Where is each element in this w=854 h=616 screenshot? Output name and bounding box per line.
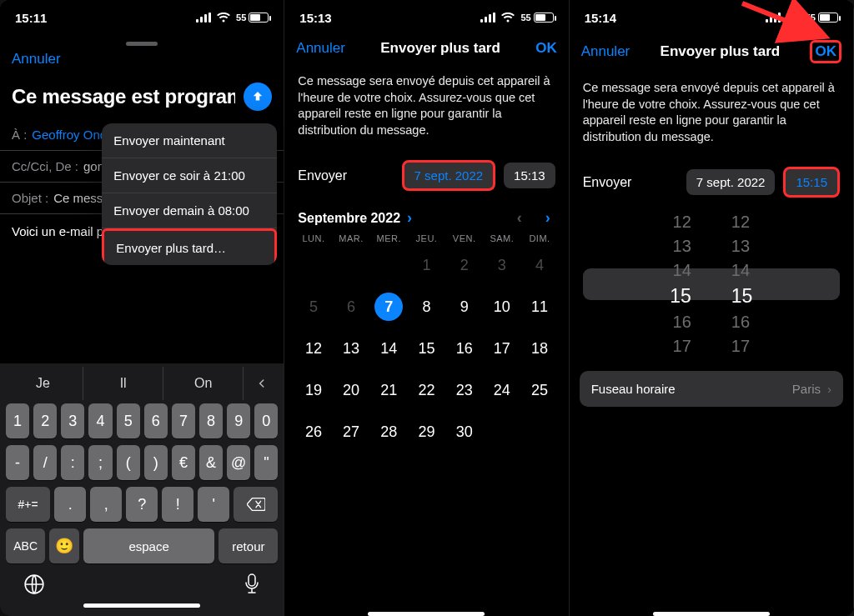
key-row-3: #+= . , ? ! ' bbox=[3, 483, 280, 525]
prev-month-button[interactable]: ‹ bbox=[517, 209, 522, 227]
calendar-day[interactable]: 11 bbox=[520, 288, 558, 325]
info-text: Ce message sera envoyé depuis cet appare… bbox=[570, 72, 853, 160]
key[interactable]: 4 bbox=[88, 403, 112, 438]
key[interactable]: 9 bbox=[227, 403, 250, 438]
send-label: Envoyer bbox=[583, 175, 678, 190]
key[interactable]: 2 bbox=[33, 403, 57, 438]
calendar-day[interactable]: 22 bbox=[408, 372, 445, 408]
key[interactable]: , bbox=[90, 487, 122, 522]
calendar-day[interactable]: 13 bbox=[333, 330, 370, 367]
suggestion-b[interactable]: Il bbox=[83, 367, 163, 400]
key[interactable]: 7 bbox=[172, 403, 195, 438]
month-label[interactable]: Septembre 2022 bbox=[298, 211, 400, 226]
menu-send-now[interactable]: Envoyer maintenant bbox=[102, 123, 277, 158]
collapse-suggestions-button[interactable] bbox=[244, 367, 280, 400]
date-pill[interactable]: 7 sept. 2022 bbox=[686, 169, 776, 195]
alt-symbols-key[interactable]: #+= bbox=[6, 487, 50, 522]
menu-send-later[interactable]: Envoyer plus tard… bbox=[102, 228, 277, 265]
screen-time-picker: 15:14 55 Annuler Envoyer plus tard OK Ce… bbox=[570, 0, 854, 616]
calendar-day[interactable]: 20 bbox=[333, 372, 370, 408]
calendar-day[interactable]: 26 bbox=[294, 413, 332, 450]
calendar-day[interactable]: 5 bbox=[294, 288, 332, 325]
calendar-day[interactable]: 25 bbox=[520, 372, 558, 408]
calendar-day[interactable]: 10 bbox=[483, 288, 520, 325]
calendar-day[interactable]: 17 bbox=[483, 330, 520, 367]
home-indicator[interactable] bbox=[83, 603, 200, 608]
calendar-day[interactable]: 27 bbox=[333, 413, 370, 450]
suggestion-a[interactable]: Je bbox=[3, 367, 83, 400]
cancel-button[interactable]: Annuler bbox=[581, 43, 630, 60]
key[interactable]: € bbox=[172, 445, 195, 480]
calendar-day[interactable]: 15 bbox=[408, 330, 445, 367]
dictation-key[interactable] bbox=[244, 573, 260, 595]
ok-button[interactable]: OK bbox=[810, 40, 841, 63]
date-pill[interactable]: 7 sept. 2022 bbox=[402, 160, 496, 191]
key-row-1: 1234567890 bbox=[3, 400, 280, 442]
home-indicator[interactable] bbox=[368, 612, 485, 616]
calendar-day[interactable]: 24 bbox=[483, 372, 520, 408]
calendar-day[interactable]: 7 bbox=[370, 288, 408, 325]
key[interactable]: @ bbox=[227, 445, 250, 480]
key[interactable]: 1 bbox=[6, 403, 29, 438]
calendar-day[interactable]: 8 bbox=[408, 288, 445, 325]
send-button[interactable] bbox=[244, 83, 272, 111]
key[interactable]: - bbox=[6, 445, 29, 480]
key[interactable]: ) bbox=[144, 445, 168, 480]
calendar-day[interactable]: 14 bbox=[370, 330, 408, 367]
menu-send-tomorrow[interactable]: Envoyer demain à 08:00 bbox=[102, 193, 277, 228]
key[interactable]: 0 bbox=[254, 403, 278, 438]
backspace-key[interactable] bbox=[234, 487, 278, 522]
key[interactable]: / bbox=[33, 445, 57, 480]
calendar-day[interactable]: 29 bbox=[408, 413, 445, 450]
calendar-day[interactable]: 2 bbox=[445, 247, 483, 283]
key[interactable]: : bbox=[61, 445, 84, 480]
calendar-day[interactable]: 30 bbox=[445, 413, 483, 450]
status-time: 15:11 bbox=[15, 11, 47, 25]
status-time: 15:13 bbox=[299, 11, 331, 25]
key[interactable]: . bbox=[54, 487, 86, 522]
key[interactable]: ! bbox=[162, 487, 193, 522]
calendar-day[interactable]: 18 bbox=[520, 330, 558, 367]
home-indicator[interactable] bbox=[653, 612, 770, 616]
key[interactable]: 5 bbox=[117, 403, 140, 438]
wifi-icon bbox=[786, 13, 801, 23]
key[interactable]: ; bbox=[88, 445, 112, 480]
key[interactable]: " bbox=[254, 445, 278, 480]
timezone-value: Paris bbox=[792, 382, 821, 396]
emoji-key[interactable]: 🙂 bbox=[49, 528, 78, 563]
key[interactable]: 3 bbox=[61, 403, 84, 438]
calendar-day[interactable]: 19 bbox=[294, 372, 332, 408]
key[interactable]: ( bbox=[117, 445, 140, 480]
key[interactable]: ? bbox=[126, 487, 158, 522]
timezone-row[interactable]: Fuseau horaire Paris › bbox=[580, 371, 843, 407]
calendar-day[interactable]: 9 bbox=[445, 288, 483, 325]
calendar-day[interactable]: 4 bbox=[520, 247, 558, 283]
next-month-button[interactable]: › bbox=[545, 209, 550, 227]
calendar-day[interactable]: 16 bbox=[445, 330, 483, 367]
cancel-button[interactable]: Annuler bbox=[12, 51, 61, 68]
suggestion-c[interactable]: On bbox=[163, 367, 244, 400]
calendar-day[interactable]: 12 bbox=[294, 330, 332, 367]
screen-compose: 15:11 55 Annuler Ce message est programm… bbox=[0, 0, 284, 616]
time-wheel-picker[interactable]: 121314151617 121314151617 bbox=[583, 209, 840, 359]
key[interactable]: 8 bbox=[199, 403, 223, 438]
calendar-day[interactable]: 3 bbox=[483, 247, 520, 283]
cancel-button[interactable]: Annuler bbox=[296, 40, 345, 57]
calendar-day[interactable]: 23 bbox=[445, 372, 483, 408]
key[interactable]: ' bbox=[198, 487, 229, 522]
calendar-day[interactable]: 6 bbox=[333, 288, 370, 325]
space-key[interactable]: espace bbox=[83, 528, 215, 563]
abc-key[interactable]: ABC bbox=[6, 528, 45, 563]
calendar-day[interactable]: 28 bbox=[370, 413, 408, 450]
key[interactable]: 6 bbox=[144, 403, 168, 438]
calendar-day[interactable]: 1 bbox=[408, 247, 445, 283]
send-row: Envoyer 7 sept. 2022 15:15 bbox=[570, 160, 853, 204]
ok-button[interactable]: OK bbox=[535, 40, 557, 57]
time-pill[interactable]: 15:15 bbox=[783, 167, 840, 198]
time-pill[interactable]: 15:13 bbox=[504, 163, 555, 188]
key[interactable]: & bbox=[199, 445, 223, 480]
return-key[interactable]: retour bbox=[219, 528, 278, 563]
menu-send-tonight[interactable]: Envoyer ce soir à 21:00 bbox=[102, 158, 277, 193]
calendar-day[interactable]: 21 bbox=[370, 372, 408, 408]
globe-key[interactable] bbox=[23, 573, 45, 595]
